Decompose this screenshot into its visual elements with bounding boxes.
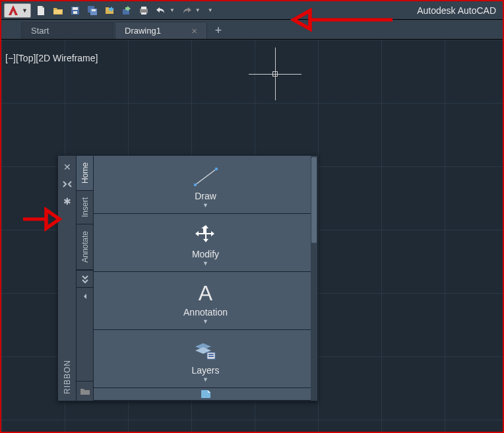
folder-icon bbox=[80, 387, 90, 395]
svg-line-10 bbox=[195, 169, 216, 185]
panel-label: Annotation bbox=[183, 307, 228, 317]
chevron-down-icon: ▼ bbox=[22, 7, 28, 14]
redo-icon bbox=[181, 5, 192, 16]
tab-label: Start bbox=[31, 26, 49, 36]
gear-icon: ✱ bbox=[63, 196, 71, 207]
dock-icon bbox=[63, 180, 72, 188]
panel-annotation[interactable]: A Annotation ▼ bbox=[94, 272, 317, 330]
ribbon-tab-expand1[interactable] bbox=[77, 270, 93, 287]
svg-rect-7 bbox=[140, 9, 148, 13]
viewport-label[interactable]: [−][Top][2D Wireframe] bbox=[5, 53, 98, 63]
tab-start[interactable]: Start bbox=[21, 22, 113, 39]
chevron-down-icon: ▼ bbox=[203, 260, 208, 267]
close-icon[interactable]: × bbox=[191, 25, 197, 36]
new-file-icon bbox=[36, 5, 46, 16]
panel-layers[interactable]: Layers ▼ bbox=[94, 330, 317, 388]
drawing-canvas[interactable]: [−][Top][2D Wireframe] ✕ ✱ RIBBON Home I… bbox=[1, 40, 503, 432]
open-web-icon bbox=[104, 5, 115, 16]
panel-draw[interactable]: Draw ▼ bbox=[94, 156, 317, 214]
panel-blocks-peek[interactable] bbox=[94, 388, 317, 401]
svg-rect-5 bbox=[92, 9, 96, 11]
undo-dropdown[interactable]: ▼ bbox=[170, 7, 177, 13]
line-icon bbox=[191, 164, 220, 189]
scrollbar-thumb[interactable] bbox=[311, 157, 317, 243]
document-tabs: Start Drawing1 × + bbox=[1, 20, 503, 40]
move-icon bbox=[194, 222, 218, 248]
add-tab-button[interactable]: + bbox=[208, 22, 228, 39]
panel-label: Modify bbox=[192, 249, 219, 259]
ribbon-tab-insert[interactable]: Insert bbox=[77, 191, 93, 224]
redo-dropdown[interactable]: ▼ bbox=[195, 7, 203, 13]
ribbon-panel-body: Draw ▼ Modify ▼ A Annotation ▼ bbox=[94, 156, 317, 401]
saveas-button[interactable] bbox=[85, 3, 100, 18]
undo-icon bbox=[156, 5, 166, 16]
app-menu-button[interactable]: ▼ bbox=[4, 3, 31, 18]
tab-label: Drawing1 bbox=[125, 26, 161, 36]
open-web-button[interactable] bbox=[102, 3, 117, 18]
svg-rect-2 bbox=[73, 11, 77, 14]
save-button[interactable] bbox=[68, 3, 82, 18]
double-chevron-down-icon bbox=[81, 275, 89, 284]
layers-icon bbox=[194, 339, 218, 364]
app-title: Autodesk AutoCAD bbox=[417, 5, 500, 16]
close-icon: ✕ bbox=[63, 162, 71, 172]
open-button[interactable] bbox=[51, 3, 65, 18]
palette-scrollbar[interactable] bbox=[311, 156, 317, 401]
palette-close-button[interactable]: ✕ bbox=[61, 160, 74, 174]
plus-icon: + bbox=[215, 24, 222, 38]
redo-button[interactable] bbox=[179, 3, 194, 18]
qat-customize-dropdown[interactable]: ▼ bbox=[208, 7, 215, 13]
ribbon-tab-folder[interactable] bbox=[77, 381, 93, 401]
palette-title: RIBBON bbox=[63, 360, 72, 394]
svg-rect-11 bbox=[194, 183, 197, 186]
plot-button[interactable] bbox=[137, 3, 151, 18]
svg-rect-14 bbox=[208, 354, 214, 355]
quick-access-toolbar: ▼ ▼ bbox=[1, 1, 503, 20]
svg-rect-1 bbox=[73, 7, 78, 10]
svg-rect-8 bbox=[141, 7, 146, 9]
chevron-down-icon: ▼ bbox=[203, 318, 208, 325]
palette-properties-button[interactable]: ✱ bbox=[61, 195, 74, 208]
svg-rect-12 bbox=[215, 168, 218, 170]
save-cloud-icon bbox=[121, 5, 132, 16]
svg-rect-9 bbox=[141, 13, 146, 15]
chevron-left-icon bbox=[82, 292, 88, 300]
ribbon-vertical-tabs: Home Insert Annotate bbox=[77, 156, 94, 401]
new-button[interactable] bbox=[34, 3, 48, 18]
chevron-down-icon: ▼ bbox=[203, 376, 208, 383]
block-icon bbox=[200, 389, 212, 399]
palette-side-controls: ✕ ✱ RIBBON bbox=[58, 156, 77, 401]
text-icon: A bbox=[199, 281, 212, 306]
panel-label: Layers bbox=[191, 365, 219, 376]
save-all-icon bbox=[87, 5, 98, 16]
ribbon-tab-annotate[interactable]: Annotate bbox=[77, 224, 93, 270]
ribbon-palette: ✕ ✱ RIBBON Home Insert Annotate bbox=[57, 155, 318, 401]
tab-drawing1[interactable]: Drawing1 × bbox=[115, 22, 207, 39]
panel-label: Draw bbox=[195, 191, 216, 201]
open-folder-icon bbox=[53, 5, 63, 16]
save-web-button[interactable] bbox=[119, 3, 134, 18]
save-icon bbox=[70, 5, 80, 16]
ribbon-tab-expand2[interactable] bbox=[77, 287, 93, 304]
plot-icon bbox=[139, 5, 149, 16]
panel-modify[interactable]: Modify ▼ bbox=[94, 214, 317, 272]
svg-rect-15 bbox=[208, 356, 214, 357]
chevron-down-icon: ▼ bbox=[203, 202, 208, 209]
undo-button[interactable] bbox=[154, 3, 168, 18]
palette-autohide-button[interactable] bbox=[61, 178, 74, 191]
autocad-logo-icon bbox=[7, 5, 19, 17]
ribbon-tab-home[interactable]: Home bbox=[77, 156, 93, 191]
